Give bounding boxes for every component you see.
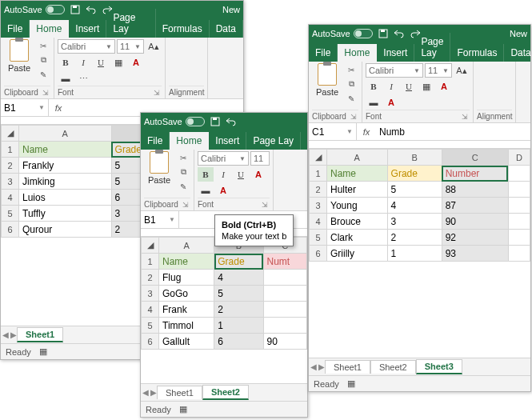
cell[interactable]: Name — [159, 254, 214, 270]
row-header[interactable]: 4 — [2, 190, 19, 206]
cell[interactable] — [263, 286, 307, 302]
cell[interactable] — [263, 270, 307, 286]
cell[interactable]: Name — [19, 142, 112, 158]
spreadsheet-grid[interactable]: ◢ A B C 1 Name Grade Numt 2Flug4 3GoGo5 … — [141, 237, 307, 383]
italic-button[interactable]: I — [383, 79, 399, 94]
undo-icon[interactable] — [86, 4, 97, 15]
cell[interactable] — [508, 182, 530, 198]
cell[interactable] — [508, 166, 530, 182]
font-color-icon[interactable]: A — [436, 79, 452, 94]
sheet-nav-next-icon[interactable]: ▶ — [10, 330, 17, 339]
cell[interactable]: 87 — [442, 198, 508, 214]
format-painter-icon[interactable]: ✎ — [344, 92, 358, 105]
save-icon[interactable] — [210, 116, 221, 127]
cell[interactable]: 6 — [214, 334, 263, 350]
dialog-launcher-icon[interactable]: ⇲ — [460, 113, 470, 121]
cell[interactable]: GoGo — [159, 286, 214, 302]
underline-button[interactable]: U — [93, 55, 109, 70]
font-color-icon[interactable]: A — [250, 167, 266, 182]
cell[interactable] — [508, 214, 530, 230]
copy-icon[interactable]: ⧉ — [344, 78, 358, 90]
cell[interactable]: Flug — [159, 270, 214, 286]
row-header[interactable]: 5 — [310, 230, 327, 246]
grow-font-icon[interactable]: A▴ — [454, 63, 470, 78]
sheet-tab-2[interactable]: Sheet2 — [202, 385, 249, 400]
cell-selected[interactable]: Number — [442, 166, 508, 182]
fill-color-icon[interactable]: ▬ — [58, 71, 74, 86]
tab-insert[interactable]: Insert — [377, 44, 414, 62]
cell[interactable]: 2 — [387, 230, 442, 246]
font-size-select[interactable]: 11▼ — [425, 63, 452, 78]
cell[interactable]: Gallult — [159, 334, 214, 350]
more-icon[interactable]: ⋯ — [75, 71, 91, 86]
cell[interactable]: 92 — [442, 230, 508, 246]
dialog-launcher-icon[interactable]: ⇲ — [260, 201, 270, 209]
row-header[interactable]: 2 — [2, 158, 19, 174]
tab-file[interactable]: File — [141, 132, 170, 150]
col-header-a[interactable]: A — [159, 238, 214, 254]
grow-font-icon[interactable]: A▴ — [146, 39, 162, 54]
cell[interactable]: 4 — [387, 198, 442, 214]
cell[interactable]: Clark — [327, 230, 388, 246]
tab-page-layout[interactable]: Page Lay — [414, 33, 450, 62]
row-header[interactable]: 4 — [310, 214, 327, 230]
fx-icon[interactable]: fx — [49, 103, 68, 113]
cell[interactable]: Name — [327, 166, 388, 182]
cell[interactable]: Frankly — [19, 158, 112, 174]
tab-insert[interactable]: Insert — [69, 20, 106, 38]
sheet-tab-1[interactable]: Sheet1 — [17, 327, 63, 342]
autosave-toggle[interactable]: AutoSave — [312, 29, 373, 38]
sheet-nav-next-icon[interactable]: ▶ — [318, 362, 325, 371]
copy-icon[interactable]: ⧉ — [36, 54, 50, 66]
cell[interactable]: Timmol — [159, 318, 214, 334]
spreadsheet-grid[interactable]: ◢ A B C D 1 Name Grade Number 2Hulter588… — [309, 149, 530, 358]
select-all-corner[interactable]: ◢ — [142, 238, 159, 254]
save-icon[interactable] — [378, 28, 389, 39]
autosave-toggle[interactable]: AutoSave — [144, 117, 205, 126]
font-name-select[interactable]: Calibri▼ — [366, 63, 423, 78]
italic-button[interactable]: I — [215, 167, 231, 182]
cell[interactable]: 2 — [214, 302, 263, 318]
sheet-tab-1[interactable]: Sheet1 — [157, 386, 202, 399]
row-header[interactable]: 6 — [2, 222, 19, 238]
tab-home[interactable]: Home — [30, 20, 69, 38]
cell[interactable]: Jimking — [19, 174, 112, 190]
cell[interactable]: 5 — [214, 286, 263, 302]
col-header-a[interactable]: A — [327, 150, 388, 166]
font-name-select[interactable]: Calibri▼ — [58, 39, 115, 54]
cell[interactable]: 1 — [387, 246, 442, 262]
row-header[interactable]: 1 — [142, 254, 159, 270]
row-header[interactable]: 6 — [310, 246, 327, 262]
macro-record-icon[interactable]: ▦ — [179, 404, 187, 414]
name-box[interactable]: B1▼ — [141, 211, 179, 228]
col-header-a[interactable]: A — [19, 126, 112, 142]
cell[interactable]: Young — [327, 198, 388, 214]
bold-button[interactable]: B — [58, 55, 74, 70]
border-icon[interactable]: ▦ — [110, 55, 126, 70]
italic-button[interactable]: I — [75, 55, 91, 70]
font-size-select[interactable]: 11▼ — [117, 39, 144, 54]
cut-icon[interactable]: ✂ — [344, 63, 358, 76]
tab-home[interactable]: Home — [338, 44, 377, 62]
font-name-select[interactable]: Calibri▼ — [198, 151, 249, 166]
cell[interactable]: Hulter — [327, 182, 388, 198]
undo-icon[interactable] — [394, 28, 405, 39]
dialog-launcher-icon[interactable]: ⇲ — [41, 89, 50, 97]
paste-button[interactable]: Paste — [144, 151, 174, 198]
cell[interactable]: Griilly — [327, 246, 388, 262]
font-color-icon[interactable]: A — [215, 183, 231, 198]
cell[interactable]: Luios — [19, 190, 112, 206]
cut-icon[interactable]: ✂ — [176, 151, 190, 164]
cell[interactable]: Qurour — [19, 222, 112, 238]
format-painter-icon[interactable]: ✎ — [176, 180, 190, 193]
tab-file[interactable]: File — [1, 20, 30, 38]
macro-record-icon[interactable]: ▦ — [39, 346, 47, 357]
cell[interactable]: Brouce — [327, 214, 388, 230]
format-painter-icon[interactable]: ✎ — [36, 68, 50, 81]
name-box[interactable]: C1▼ — [309, 123, 357, 140]
cell[interactable]: 90 — [263, 334, 307, 350]
cell[interactable] — [508, 198, 530, 214]
macro-record-icon[interactable]: ▦ — [347, 378, 355, 389]
select-all-corner[interactable]: ◢ — [310, 150, 327, 166]
border-icon[interactable]: ▦ — [418, 79, 434, 94]
